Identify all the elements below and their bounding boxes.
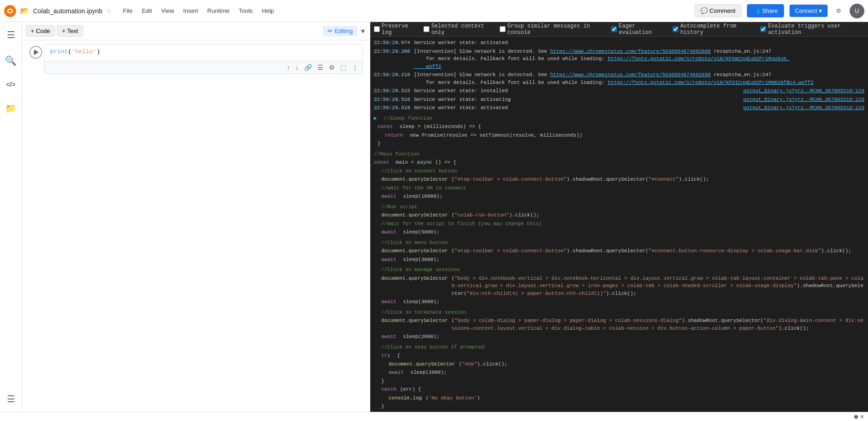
main-area: ☰ 🔍 </> 📁 ☰ + Code + Text ✏ Editing ▾ xyxy=(0,22,868,412)
evaluate-triggers-input[interactable] xyxy=(760,26,766,32)
code-text2: ('No okay button') xyxy=(426,394,864,402)
code-text: (err) { xyxy=(400,386,864,393)
cell-link-icon[interactable]: 🔗 xyxy=(302,62,314,72)
code-text: document.querySelector xyxy=(381,247,448,255)
sidebar-code-icon[interactable]: </> xyxy=(2,77,19,92)
cell-run-button[interactable] xyxy=(29,46,42,59)
selected-context-checkbox[interactable]: Selected context only xyxy=(423,23,492,36)
cell-move-down-icon[interactable]: ↓ xyxy=(293,62,301,72)
menu-insert[interactable]: Insert xyxy=(179,6,202,16)
code-comment-line: //Wait for the script to finish (you may… xyxy=(374,220,864,228)
sidebar-bottom-icon[interactable]: ☰ xyxy=(3,390,19,408)
status-bar: ✕ xyxy=(0,412,868,421)
comment-button[interactable]: 💬 Comment xyxy=(695,4,741,17)
menu-runtime[interactable]: Runtime xyxy=(204,6,233,16)
code-line: document.querySelector("colab-run-button… xyxy=(374,211,864,220)
autocomplete-checkbox[interactable]: Autocomplete from history xyxy=(673,23,753,36)
eager-eval-checkbox[interactable]: Eager evaluation xyxy=(611,23,665,36)
sidebar-menu-icon[interactable]: ☰ xyxy=(3,26,19,44)
menu-bar: File Edit View Insert Runtime Tools Help xyxy=(119,6,278,16)
log-line: 22:56:29.210 [Intervention] Slow network… xyxy=(374,71,864,87)
code-comment: //Click on terminate session xyxy=(381,309,466,316)
menu-help[interactable]: Help xyxy=(258,6,278,16)
cell-code[interactable]: print('hello') xyxy=(45,44,362,61)
log-source-link[interactable]: output_binary.js?yrz.-RC00_367965219:129 xyxy=(743,96,864,104)
log-link-2[interactable]: https://fonts.gstatic.com/s/roboto/v18/K… xyxy=(608,80,814,85)
code-line: document.querySelector("#top-toolbar > c… xyxy=(374,175,864,184)
menu-view[interactable]: View xyxy=(157,6,178,16)
log-link[interactable]: https://www.chromestatus.com/feature/563… xyxy=(550,72,711,78)
share-icon: 👥 xyxy=(753,7,760,14)
share-button[interactable]: 👥 Share xyxy=(747,4,784,17)
log-msg: Service worker state: activating xyxy=(414,96,740,104)
preserve-log-input[interactable] xyxy=(374,26,380,32)
code-comment: //Wait for the VM to connect xyxy=(381,184,466,192)
code-line: await sleep(2000); xyxy=(374,368,864,377)
code-text: sleep(10000); xyxy=(400,193,864,200)
preserve-log-label: Preserve log xyxy=(382,23,416,36)
log-time: 22:56:29.518 xyxy=(374,104,410,112)
code-comment-line: //Click on terminate session xyxy=(374,308,864,317)
eager-eval-input[interactable] xyxy=(611,26,617,32)
group-similar-checkbox[interactable]: Group similar messages in console xyxy=(500,23,604,36)
preserve-log-checkbox[interactable]: Preserve log xyxy=(374,23,416,36)
autocomplete-input[interactable] xyxy=(673,26,679,32)
add-text-button[interactable]: + Text xyxy=(57,25,83,37)
keyword: await xyxy=(381,193,396,200)
close-icon[interactable]: ✕ xyxy=(860,414,864,420)
menu-tools[interactable]: Tools xyxy=(235,6,256,16)
code-comment: //Click on connect button xyxy=(381,167,457,175)
log-time: 22:56:29.210 xyxy=(374,71,410,86)
add-code-button[interactable]: + Code xyxy=(26,25,55,37)
settings-icon[interactable]: ⚙ xyxy=(833,5,844,17)
editing-label: Editing xyxy=(334,28,353,34)
collapse-icon[interactable]: ▾ xyxy=(359,25,367,37)
console-content[interactable]: 22:56:29.074 Service worker state: activ… xyxy=(370,37,868,412)
console-panel: Preserve log Selected context only Group… xyxy=(370,22,868,412)
sidebar-files-icon[interactable]: 📁 xyxy=(1,99,20,117)
code-line: document.querySelector("#ok").click(); xyxy=(374,360,864,369)
cell-move-up-icon[interactable]: ↑ xyxy=(284,62,292,72)
cell-container: print('hello') ↑ ↓ 🔗 ☰ ⚙ ⬚ ⋮ xyxy=(29,44,363,74)
cell-more-icon[interactable]: ⋮ xyxy=(350,62,361,72)
avatar[interactable]: U xyxy=(850,4,864,18)
pencil-icon: ✏ xyxy=(328,28,333,34)
comment-label: Comment xyxy=(710,7,735,14)
keyword: await xyxy=(389,369,404,377)
expand-icon[interactable]: ▶ xyxy=(374,115,377,122)
drive-icon: 📂 xyxy=(20,6,29,15)
code-line: } xyxy=(374,402,864,411)
code-text: sleep(3000); xyxy=(400,298,864,306)
code-string: 'hello' xyxy=(72,48,97,55)
code-comment: //Sleep function xyxy=(381,115,432,122)
code-comment: //Run script xyxy=(381,203,417,211)
cell-list-icon[interactable]: ☰ xyxy=(315,62,326,72)
selected-context-input[interactable] xyxy=(423,26,429,32)
code-comment-line: //Click on manage sessions xyxy=(374,266,864,274)
code-line: await sleep(3000); xyxy=(374,298,864,306)
editing-button[interactable]: ✏ Editing xyxy=(323,26,357,36)
cell-copy-icon[interactable]: ⬚ xyxy=(338,62,349,72)
menu-edit[interactable]: Edit xyxy=(138,6,156,16)
avatar-text: U xyxy=(855,7,859,14)
log-link[interactable]: https://www.chromestatus.com/feature/563… xyxy=(550,49,711,54)
log-source-link[interactable]: output_binary.js?yrz.-RC00_367965219:129 xyxy=(743,87,864,95)
log-msg: [Intervention] Slow network is detected.… xyxy=(414,48,864,71)
autocomplete-label: Autocomplete from history xyxy=(680,23,753,36)
code-text: print xyxy=(50,48,68,55)
cell-settings-icon[interactable]: ⚙ xyxy=(327,62,337,72)
log-source-link[interactable]: output_binary.js?yrz.-RC00_367965219:129 xyxy=(743,104,864,112)
log-link-2[interactable]: https://fonts.gstatic.com/s/roboto/v18/K… xyxy=(414,56,790,69)
code-block-content: const sleep = (milliseconds) => { return… xyxy=(374,122,864,148)
code-text: } xyxy=(378,140,864,148)
colab-logo[interactable] xyxy=(4,5,17,17)
sidebar-search-icon[interactable]: 🔍 xyxy=(1,51,20,70)
evaluate-triggers-checkbox[interactable]: Evaluate triggers user activation xyxy=(760,23,864,36)
code-section-header: //Main function xyxy=(374,150,864,159)
notebook-title[interactable]: Colab_automation.ipynb xyxy=(33,7,102,15)
connect-button[interactable]: Connect ▾ xyxy=(790,5,828,17)
menu-file[interactable]: File xyxy=(119,6,136,16)
group-similar-input[interactable] xyxy=(500,26,506,32)
star-icon[interactable]: ☆ xyxy=(106,7,112,15)
code-line: document.querySelector("#top-toolbar > c… xyxy=(374,247,864,255)
